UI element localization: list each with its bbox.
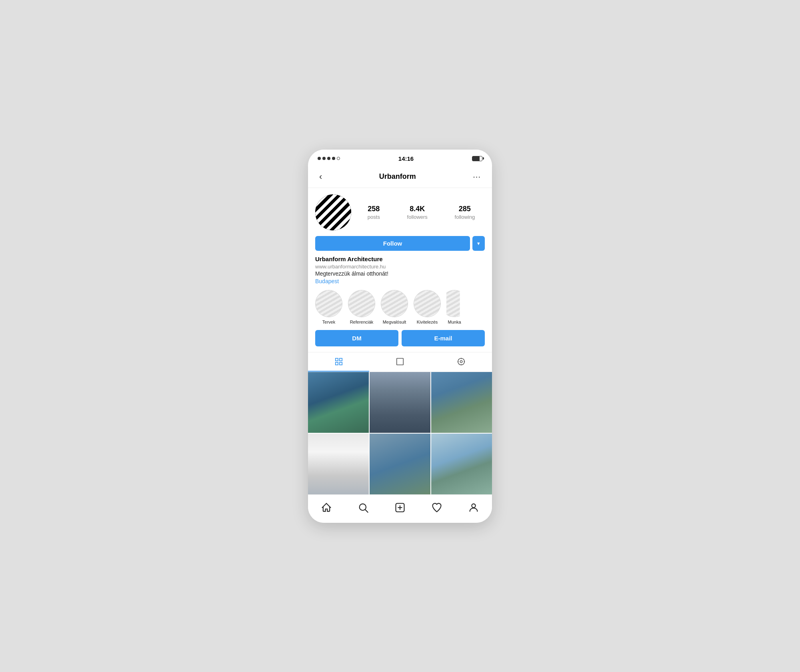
svg-point-6 [460, 360, 463, 363]
follow-button[interactable]: Follow [315, 236, 470, 251]
view-toggle [308, 352, 492, 372]
photo-cell-4[interactable] [308, 434, 369, 494]
highlight-munka[interactable]: Munka [446, 290, 462, 324]
posts-count: 258 [368, 205, 380, 213]
posts-label: posts [368, 214, 380, 220]
status-bar: 14:16 [308, 150, 492, 166]
add-icon [394, 502, 406, 513]
nav-profile[interactable] [462, 500, 485, 516]
highlight-label-referenciak: Referenciák [350, 320, 374, 324]
stat-posts: 258 posts [368, 205, 380, 220]
followers-count: 8.4K [410, 205, 425, 213]
highlight-label-megvalosult: Megvalósult [383, 320, 406, 324]
highlights-row: Tervek Referenciák Megvalósult Kivitelez… [315, 290, 485, 324]
highlight-referenciak[interactable]: Referenciák [348, 290, 375, 324]
heart-icon [431, 502, 442, 513]
profile-location[interactable]: Budapest [315, 278, 485, 284]
phone-frame: 14:16 ‹ Urbanform ··· 258 posts 8.4K fol… [308, 150, 492, 523]
signal-dot-1 [318, 157, 321, 160]
signal-dot-3 [327, 157, 330, 160]
profile-top: 258 posts 8.4K followers 285 following [315, 194, 485, 230]
more-button[interactable]: ··· [470, 170, 484, 183]
search-icon [358, 502, 369, 513]
grid-view-button[interactable] [308, 352, 369, 372]
svg-rect-2 [335, 362, 338, 364]
list-view-button[interactable] [369, 352, 430, 372]
action-row: DM E-mail [315, 330, 485, 352]
svg-rect-1 [339, 358, 342, 360]
following-count: 285 [459, 205, 471, 213]
following-label: following [455, 214, 475, 220]
svg-rect-0 [335, 358, 338, 360]
highlight-label-munka: Munka [448, 320, 461, 324]
nav-home[interactable] [315, 500, 338, 516]
highlight-circle-tervek [315, 290, 342, 317]
highlight-label-tervek: Tervek [322, 320, 335, 324]
stat-following[interactable]: 285 following [455, 205, 475, 220]
highlight-circle-kivitelezes [414, 290, 441, 317]
dm-button[interactable]: DM [315, 330, 398, 346]
nav-title: Urbanform [379, 172, 416, 181]
highlight-image-kivitelezes [414, 290, 440, 317]
battery-icon [472, 156, 482, 161]
home-icon [321, 502, 332, 513]
profile-bio: Megtervezzük álmai otthonát! [315, 270, 485, 277]
highlight-kivitelezes[interactable]: Kivitelezés [414, 290, 441, 324]
svg-rect-5 [458, 358, 465, 365]
profile-name: Urbanform Architecture [315, 256, 485, 262]
avatar-image [315, 194, 351, 230]
signal-dot-4 [332, 157, 335, 160]
follow-row: Follow ▾ [315, 236, 485, 251]
nav-search[interactable] [352, 500, 374, 516]
profile-icon [468, 502, 479, 513]
photo-cell-2[interactable] [370, 372, 430, 433]
highlight-image-megvalosult [381, 290, 408, 317]
nav-bar: ‹ Urbanform ··· [308, 166, 492, 188]
svg-rect-4 [397, 358, 404, 365]
stat-followers[interactable]: 8.4K followers [407, 205, 428, 220]
profile-url[interactable]: www.urbanformarchitecture.hu [315, 264, 485, 270]
email-button[interactable]: E-mail [402, 330, 485, 346]
battery-fill [472, 156, 480, 161]
photo-cell-6[interactable] [431, 434, 492, 494]
tag-icon [457, 357, 466, 366]
highlight-label-kivitelezes: Kivitelezés [417, 320, 438, 324]
photo-cell-5[interactable] [370, 434, 430, 494]
photo-cell-3[interactable] [431, 372, 492, 433]
tag-view-button[interactable] [431, 352, 492, 372]
highlight-megvalosult[interactable]: Megvalósult [381, 290, 408, 324]
highlight-circle-referenciak [348, 290, 375, 317]
follow-dropdown-button[interactable]: ▾ [472, 236, 485, 251]
avatar [315, 194, 351, 230]
grid-icon [334, 357, 343, 366]
photo-cell-1[interactable] [308, 372, 369, 433]
highlight-circle-megvalosult [381, 290, 408, 317]
followers-label: followers [407, 214, 428, 220]
photo-grid [308, 372, 492, 494]
signal-dot-2 [322, 157, 326, 160]
svg-point-16 [472, 504, 475, 507]
status-time: 14:16 [398, 155, 414, 162]
highlight-image-munka [446, 290, 462, 317]
list-icon [396, 357, 404, 366]
nav-add[interactable] [389, 500, 411, 516]
svg-rect-3 [339, 362, 342, 364]
nav-likes[interactable] [426, 500, 448, 516]
bottom-nav [308, 494, 492, 523]
highlight-image-referenciak [348, 290, 375, 317]
profile-stats: 258 posts 8.4K followers 285 following [358, 205, 485, 220]
signal-dot-5 [337, 157, 340, 160]
highlight-image-tervek [316, 290, 342, 317]
svg-line-12 [365, 510, 368, 512]
signal-indicator [318, 157, 340, 160]
profile-section: 258 posts 8.4K followers 285 following F… [308, 188, 492, 352]
back-button[interactable]: ‹ [316, 170, 325, 184]
highlight-circle-munka [446, 290, 462, 317]
highlight-tervek[interactable]: Tervek [315, 290, 342, 324]
